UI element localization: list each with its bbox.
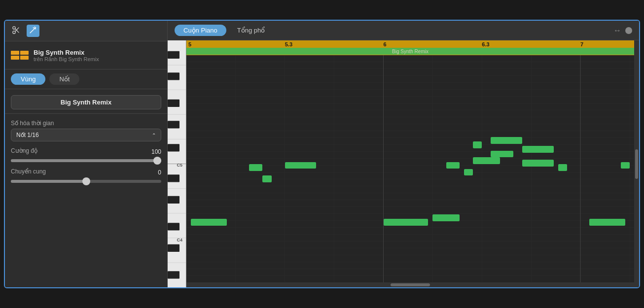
main-window: Big Synth Remix trên Rãnh Big Synth Remi… bbox=[4, 20, 640, 288]
svg-rect-26 bbox=[168, 196, 179, 204]
note-14[interactable] bbox=[522, 160, 554, 167]
marker-6: 6 bbox=[384, 41, 387, 47]
piano-keys: C5 C4 bbox=[168, 40, 186, 287]
tab-cuon-piano[interactable]: Cuộn Piano bbox=[175, 25, 226, 36]
marker-5: 5 bbox=[188, 41, 191, 47]
quantize-label: Số hóa thời gian bbox=[11, 120, 161, 127]
tab-vung[interactable]: Vùng bbox=[11, 73, 45, 85]
quantize-dropdown[interactable]: Nốt 1/16 ⌃ bbox=[11, 129, 161, 141]
note-7[interactable] bbox=[446, 162, 460, 169]
note-8[interactable] bbox=[464, 169, 473, 176]
svg-rect-22 bbox=[168, 100, 179, 107]
tab-not[interactable]: Nốt bbox=[49, 73, 79, 85]
svg-rect-27 bbox=[168, 223, 179, 230]
note-10[interactable] bbox=[473, 141, 482, 148]
quantize-value: Nốt 1/16 bbox=[16, 132, 39, 138]
svg-rect-25 bbox=[168, 174, 179, 182]
svg-rect-24 bbox=[168, 144, 179, 151]
c5-label: C5 bbox=[177, 162, 182, 168]
icon-bar-4 bbox=[20, 56, 29, 60]
svg-rect-20 bbox=[168, 51, 179, 59]
scrollbar-thumb-v[interactable] bbox=[635, 149, 638, 179]
svg-line-4 bbox=[30, 29, 34, 33]
transpose-control: Chuyển cung 0 bbox=[11, 168, 161, 183]
track-info: Big Synth Remix trên Rãnh Big Synth Remi… bbox=[5, 41, 167, 69]
intensity-fill bbox=[11, 159, 161, 162]
track-icon bbox=[11, 46, 29, 64]
piano-svg: C5 C4 bbox=[168, 40, 186, 287]
region-name-section: Big Synth Remix bbox=[5, 89, 167, 114]
intensity-label: Cường độ bbox=[11, 147, 37, 154]
note-2[interactable] bbox=[249, 164, 262, 171]
transpose-value: 0 bbox=[158, 169, 161, 176]
region-bar: Big Synth Remix bbox=[186, 48, 634, 55]
record-dot bbox=[625, 27, 632, 34]
chevron-down-icon: ⌃ bbox=[152, 133, 156, 138]
resize-icon: ↔ bbox=[613, 26, 621, 35]
track-name-block: Big Synth Remix trên Rãnh Big Synth Remi… bbox=[34, 49, 99, 62]
transpose-label: Chuyển cung bbox=[11, 168, 46, 175]
top-bar-right: ↔ bbox=[613, 26, 632, 35]
marker-5-3: 5.3 bbox=[285, 41, 292, 47]
marker-7: 7 bbox=[580, 41, 583, 47]
timeline-header: 5 5.3 6 6.3 7 Big Synth Remix bbox=[186, 40, 634, 55]
piano-roll: C5 C4 5 5.3 6 6.3 7 Big Synth Remi bbox=[168, 40, 639, 287]
note-6[interactable] bbox=[432, 214, 459, 221]
intensity-control: Cường độ 100 bbox=[11, 147, 161, 162]
note-3[interactable] bbox=[262, 175, 271, 182]
right-panel: Cuộn Piano Tổng phổ ↔ bbox=[168, 21, 639, 287]
note-15[interactable] bbox=[558, 164, 567, 171]
c4-label: C4 bbox=[177, 237, 183, 242]
grid-area bbox=[186, 55, 634, 282]
track-subtitle: trên Rãnh Big Synth Remix bbox=[34, 56, 99, 62]
note-9[interactable] bbox=[473, 157, 500, 164]
quantize-control: Số hóa thời gian Nốt 1/16 ⌃ bbox=[11, 120, 161, 141]
transpose-fill bbox=[11, 180, 86, 183]
tab-tong-pho[interactable]: Tổng phổ bbox=[228, 25, 274, 36]
svg-point-0 bbox=[13, 27, 15, 29]
note-12[interactable] bbox=[491, 151, 513, 158]
icon-bar-1 bbox=[11, 51, 19, 55]
icon-bar-3 bbox=[11, 56, 19, 60]
intensity-value: 100 bbox=[151, 148, 161, 155]
scrollbar-bottom[interactable] bbox=[186, 282, 634, 287]
note-17[interactable] bbox=[621, 162, 630, 169]
intensity-slider[interactable] bbox=[11, 159, 161, 162]
left-panel: Big Synth Remix trên Rãnh Big Synth Remi… bbox=[5, 21, 168, 287]
marker-6-3: 6.3 bbox=[482, 41, 489, 47]
segment-tabs: Vùng Nốt bbox=[5, 69, 167, 89]
view-tabs: Cuộn Piano Tổng phổ bbox=[175, 25, 274, 36]
svg-rect-21 bbox=[168, 72, 179, 80]
note-4[interactable] bbox=[285, 162, 317, 169]
note-1[interactable] bbox=[191, 219, 227, 226]
magic-tool-button[interactable] bbox=[27, 25, 39, 37]
track-title: Big Synth Remix bbox=[34, 49, 99, 56]
transpose-slider[interactable] bbox=[11, 180, 161, 183]
svg-rect-28 bbox=[168, 244, 179, 252]
timeline-and-grid: 5 5.3 6 6.3 7 Big Synth Remix bbox=[186, 40, 634, 287]
region-name-button[interactable]: Big Synth Remix bbox=[11, 95, 161, 109]
svg-line-9 bbox=[35, 28, 36, 29]
note-5[interactable] bbox=[384, 219, 429, 226]
controls-section: Số hóa thời gian Nốt 1/16 ⌃ Cường độ 100 bbox=[5, 114, 167, 189]
transpose-thumb[interactable] bbox=[82, 177, 90, 185]
svg-rect-23 bbox=[168, 121, 179, 128]
scissors-tool-button[interactable] bbox=[10, 25, 23, 37]
note-16[interactable] bbox=[589, 219, 625, 226]
icon-bar-2 bbox=[20, 51, 29, 55]
region-bar-label: Big Synth Remix bbox=[392, 49, 429, 54]
top-bar: Cuộn Piano Tổng phổ ↔ bbox=[168, 21, 639, 40]
toolbar bbox=[5, 21, 167, 41]
scrollbar-thumb-h[interactable] bbox=[391, 283, 430, 286]
note-11[interactable] bbox=[491, 137, 522, 144]
note-13[interactable] bbox=[522, 146, 554, 153]
svg-line-6 bbox=[33, 28, 34, 29]
scrollbar-right[interactable] bbox=[634, 40, 639, 287]
intensity-thumb[interactable] bbox=[153, 157, 161, 165]
svg-point-1 bbox=[13, 31, 15, 34]
svg-rect-29 bbox=[168, 271, 179, 278]
